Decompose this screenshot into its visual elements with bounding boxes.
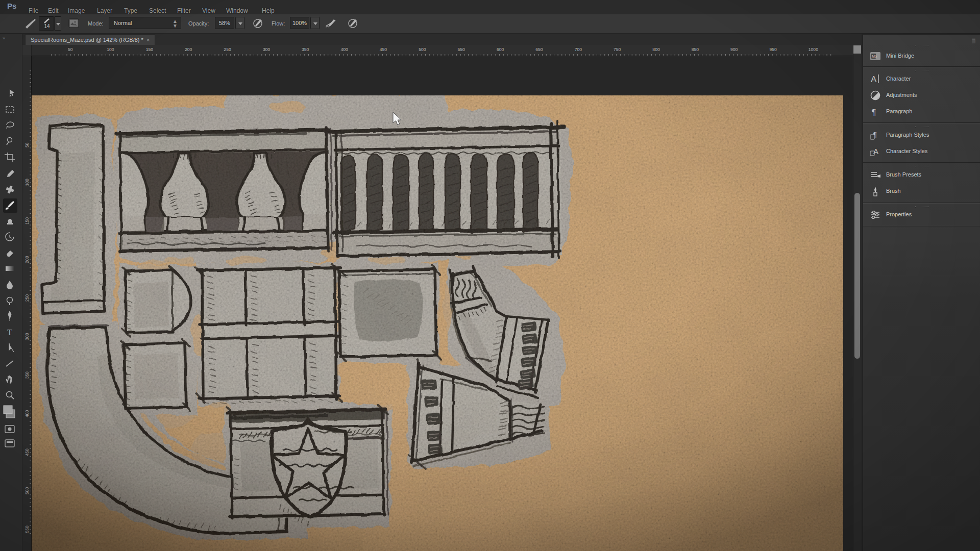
svg-text:950: 950 [769,47,777,52]
svg-text:150: 150 [146,47,154,52]
svg-text:Mb: Mb [872,55,877,58]
svg-text:350: 350 [24,371,30,379]
svg-text:750: 750 [614,47,621,52]
svg-text:550: 550 [24,525,30,533]
svg-text:250: 250 [24,294,30,302]
svg-text:200: 200 [185,47,192,52]
svg-text:¶: ¶ [872,107,876,117]
svg-text:700: 700 [575,47,582,52]
svg-text:T: T [7,328,12,337]
svg-text:900: 900 [730,47,738,52]
svg-text:350: 350 [302,47,309,52]
svg-text:300: 300 [24,333,30,340]
svg-text:150: 150 [24,217,30,224]
svg-text:500: 500 [419,47,426,52]
svg-text:100: 100 [24,179,30,186]
svg-text:50: 50 [68,47,73,52]
svg-text:650: 650 [535,47,543,52]
svg-text:800: 800 [652,47,660,52]
svg-text:400: 400 [24,410,30,417]
svg-text:400: 400 [340,47,348,52]
svg-text:500: 500 [24,487,30,494]
svg-text:200: 200 [24,256,30,263]
svg-text:300: 300 [263,47,271,52]
svg-text:450: 450 [24,448,30,456]
svg-text:550: 550 [458,47,465,52]
svg-text:600: 600 [497,47,504,52]
svg-text:850: 850 [692,47,699,52]
svg-text:1000: 1000 [808,47,818,52]
svg-text:100: 100 [107,47,114,52]
svg-text:250: 250 [224,47,231,52]
svg-text:450: 450 [380,47,387,52]
svg-text:A: A [871,74,877,84]
svg-text:50: 50 [24,142,30,147]
